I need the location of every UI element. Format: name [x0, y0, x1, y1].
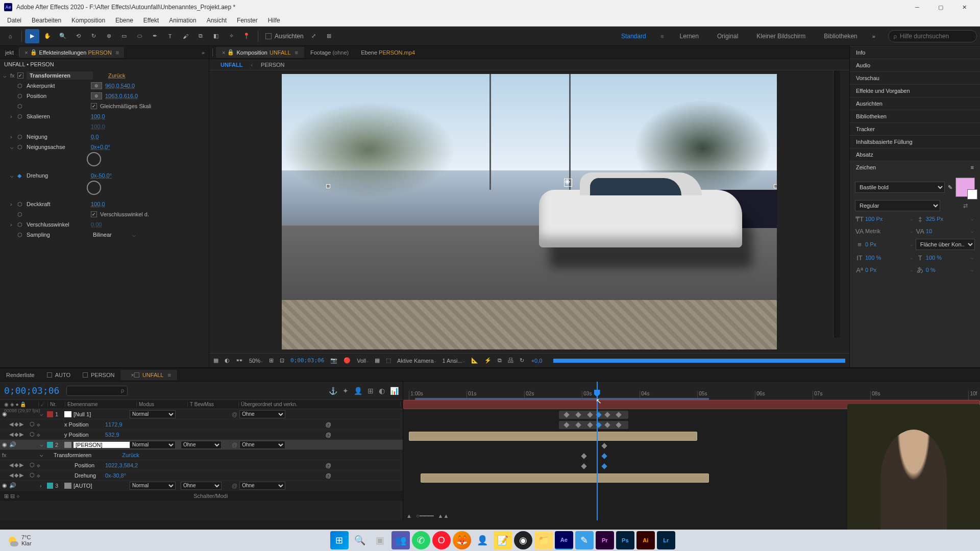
- stroke-order-dropdown[interactable]: Fläche über Kon...: [916, 239, 975, 250]
- panel-effects[interactable]: Effekte und Vorgaben: [850, 84, 980, 97]
- vertical-scrollbar[interactable]: [833, 70, 840, 338]
- trkmat-select-2[interactable]: Ohne: [181, 441, 222, 449]
- kerning[interactable]: VAMetrik⌵: [855, 227, 913, 236]
- menu-window[interactable]: Fenster: [232, 15, 263, 26]
- close-button[interactable]: ✕: [952, 0, 976, 14]
- teams-icon[interactable]: 👥: [391, 531, 410, 549]
- hand-tool-icon[interactable]: ✋: [40, 29, 55, 43]
- layer-3[interactable]: ◉🔊 › 3 [AUTO] Normal Ohne @Ohne: [0, 481, 403, 491]
- selection-tool-icon[interactable]: ▶: [25, 29, 39, 43]
- eraser-tool-icon[interactable]: ◧: [209, 29, 223, 43]
- photoshop-icon[interactable]: Ps: [616, 531, 634, 549]
- type-tool-icon[interactable]: T: [163, 29, 177, 43]
- draft3d-icon[interactable]: ✦: [342, 387, 349, 395]
- menu-animation[interactable]: Animation: [164, 15, 201, 26]
- explorer-icon[interactable]: 📁: [534, 531, 553, 549]
- tab-renderqueue[interactable]: Renderliste: [0, 370, 41, 380]
- tab-project[interactable]: jekt: [0, 47, 19, 58]
- minimize-button[interactable]: ─: [905, 0, 929, 14]
- premiere-icon[interactable]: Pr: [596, 531, 614, 549]
- composition-viewer[interactable]: [209, 70, 849, 353]
- prop-uniform-scale[interactable]: ⬡ Gleichmäßiges Skali: [0, 101, 209, 111]
- prop-sampling[interactable]: ⬡ Sampling Bilinear ⌵: [0, 230, 209, 240]
- layer2-rotation[interactable]: ◀◆▶ ⬡⟐ Drehung 0x-30,8° @: [0, 470, 403, 481]
- resolution-icon[interactable]: ⊞: [269, 357, 274, 364]
- panel-preview[interactable]: Vorschau: [850, 71, 980, 84]
- pixel-aspect-icon[interactable]: 📐: [471, 357, 478, 364]
- menu-edit[interactable]: Bearbeiten: [27, 15, 66, 26]
- anchor-link-icon[interactable]: ⊕: [91, 82, 102, 89]
- maximize-button[interactable]: ▢: [929, 0, 952, 14]
- weather-widget[interactable]: 7°CKlar: [6, 534, 32, 546]
- fill-color-swatch[interactable]: [955, 178, 975, 197]
- tab-unfall[interactable]: ×UNFALL≡: [120, 370, 177, 380]
- shutter-use-checkbox[interactable]: [91, 211, 97, 217]
- next-kf-icon[interactable]: ▶: [19, 421, 23, 428]
- snapshot-icon[interactable]: 📷: [330, 357, 337, 364]
- ellipse-tool-icon[interactable]: ⬭: [132, 29, 146, 43]
- eyedropper-icon[interactable]: ✎: [948, 184, 952, 191]
- workspace-menu-icon[interactable]: ≡: [655, 29, 670, 43]
- trkmat-select-3[interactable]: Ohne: [181, 482, 222, 490]
- menu-file[interactable]: Datei: [2, 15, 27, 26]
- brush-tool-icon[interactable]: 🖌: [178, 29, 192, 43]
- workspace-small[interactable]: Kleiner Bildschirm: [747, 33, 815, 40]
- workspace-overflow-icon[interactable]: »: [867, 29, 881, 43]
- snap-edges-icon[interactable]: ⊞: [322, 29, 336, 43]
- mode-select-1[interactable]: Normal: [130, 410, 176, 418]
- toggle-switches-icon[interactable]: ⊞ ⊟ ⟐: [4, 493, 20, 499]
- panel-overflow-icon[interactable]: »: [198, 49, 209, 56]
- panel-info[interactable]: Info: [850, 46, 980, 59]
- timeline-icon[interactable]: ⧉: [498, 357, 502, 364]
- horizontal-scale[interactable]: T100 %⌵: [916, 253, 973, 262]
- layer1-xpos[interactable]: ◀◆▶ ⬡⟐ x Position 1172,9 @: [0, 419, 403, 430]
- time-ruler[interactable]: 1:00s 01s 02s 03s 04s 05s 06s 07s 08s 10…: [403, 382, 980, 400]
- layer-bar-2[interactable]: [409, 432, 697, 441]
- prop-skew-axis[interactable]: ⌵⬡ Neigungsachse 0x+0,0°: [0, 142, 209, 152]
- tsume[interactable]: あ0 %⌵: [916, 265, 973, 274]
- code-icon[interactable]: ✎: [575, 531, 594, 549]
- tab-footage[interactable]: Footage (ohne): [304, 47, 355, 58]
- prop-anchor[interactable]: ⬡ Ankerpunkt ⊕ 960,0,540,0: [0, 81, 209, 91]
- pickwhip-icon[interactable]: @: [232, 411, 237, 417]
- panel-content-fill[interactable]: Inhaltsbasierte Füllung: [850, 135, 980, 148]
- panel-libraries[interactable]: Bibliotheken: [850, 110, 980, 122]
- rotate-tool-icon[interactable]: ↻: [86, 29, 101, 43]
- prop-shutter-use[interactable]: ⬡ Verschlusswinkel d.: [0, 209, 209, 219]
- panel-paragraph[interactable]: Absatz: [850, 148, 980, 161]
- zoom-in-icon[interactable]: ▲▲: [438, 513, 449, 519]
- visibility-icon[interactable]: ◉: [2, 482, 9, 489]
- lightroom-icon[interactable]: Lr: [657, 531, 675, 549]
- illustrator-icon[interactable]: Ai: [636, 531, 655, 549]
- menu-composition[interactable]: Komposition: [66, 15, 110, 26]
- nested-tab-person[interactable]: PERSON: [255, 61, 290, 69]
- roi-icon[interactable]: ⊡: [280, 357, 284, 364]
- reset-exposure-icon[interactable]: ↻: [520, 357, 524, 364]
- orbit-tool-icon[interactable]: ⟲: [71, 29, 85, 43]
- opera-icon[interactable]: O: [432, 531, 451, 549]
- fx-reset[interactable]: Zurück: [108, 72, 126, 79]
- panel-align[interactable]: Ausrichten: [850, 97, 980, 110]
- channels-icon[interactable]: ◐: [225, 357, 230, 364]
- viewer-timecode[interactable]: 0;00;03;06: [290, 357, 324, 364]
- expr-pickwhip-icon[interactable]: @: [326, 421, 331, 428]
- nested-tab-unfall[interactable]: UNFALL: [214, 61, 249, 69]
- resolution-dropdown[interactable]: Voll: [357, 358, 369, 364]
- workspace-libraries[interactable]: Bibliotheken: [815, 33, 866, 40]
- notes-icon[interactable]: 📝: [494, 531, 512, 549]
- keyframe-transform-marker[interactable]: [601, 443, 607, 448]
- panel-tracker[interactable]: Tracker: [850, 122, 980, 135]
- zoom-out-icon[interactable]: ▲: [406, 513, 412, 519]
- prop-rotation[interactable]: ⌵◆ Drehung 0x-50,0°: [0, 170, 209, 181]
- motion-blur-icon[interactable]: ◐: [379, 387, 385, 395]
- layer2-position[interactable]: ◀◆▶ ⬡⟐ Position 1022,3,584,2 @: [0, 460, 403, 470]
- rotation-dial[interactable]: [87, 181, 101, 195]
- task-view-icon[interactable]: ▣: [371, 531, 389, 549]
- font-family-dropdown[interactable]: Bastile bold: [855, 182, 945, 193]
- layer-1[interactable]: ◉ ⌵ 1 [Null 1] Normal @Ohne: [0, 409, 403, 419]
- pen-tool-icon[interactable]: ✒: [148, 29, 162, 43]
- zoom-slider[interactable]: ○━━━━: [416, 513, 434, 519]
- mask-icon[interactable]: 👓: [236, 357, 243, 364]
- frame-blend-icon[interactable]: ⊞: [368, 387, 374, 395]
- prop-scale2[interactable]: 100,0: [0, 121, 209, 132]
